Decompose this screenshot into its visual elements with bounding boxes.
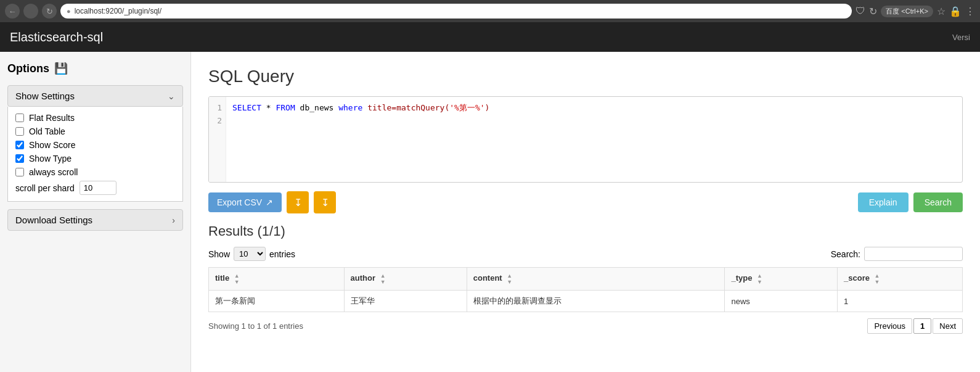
show-score-row: Show Score	[15, 140, 175, 150]
search-label: Search	[925, 197, 952, 207]
always-scroll-label: always scroll	[29, 167, 78, 177]
download-button-2[interactable]: ↧	[314, 191, 336, 213]
download-settings-label: Download Settings	[15, 215, 92, 225]
show-score-checkbox[interactable]	[15, 141, 24, 149]
scroll-per-shard-row: scroll per shard 10	[15, 181, 175, 195]
old-table-row: Old Table	[15, 126, 175, 136]
line-number-2: 2	[213, 115, 222, 128]
page-1-button[interactable]: 1	[913, 318, 931, 334]
export-csv-button[interactable]: Export CSV ↗	[208, 192, 282, 212]
flat-results-checkbox[interactable]	[15, 114, 24, 122]
sql-input[interactable]: SELECT * FROM db_news where title=matchQ…	[226, 97, 962, 182]
line-numbers: 1 2	[209, 97, 226, 182]
toolbar: Export CSV ↗ ↧ ↧ Explain Search	[208, 191, 963, 213]
entries-control: Show 10 25 50 100 entries	[208, 247, 295, 261]
lock-icon: 🔒	[949, 6, 962, 17]
search-label-text: Search:	[831, 249, 860, 259]
table-controls: Show 10 25 50 100 entries Search:	[208, 247, 963, 261]
previous-button[interactable]: Previous	[867, 318, 912, 334]
explain-label: Explain	[869, 197, 897, 207]
chevron-down-icon: ⌄	[168, 91, 175, 101]
url-text: localhost:9200/_plugin/sql/	[75, 7, 161, 15]
col-title[interactable]: title ▲▼	[209, 268, 345, 291]
search-control: Search:	[831, 247, 963, 261]
search-bar[interactable]: 百度 <Ctrl+K>	[881, 6, 933, 17]
export-icon: ↗	[266, 197, 273, 207]
show-type-label: Show Type	[29, 154, 71, 163]
download-settings-header[interactable]: Download Settings ›	[7, 209, 183, 231]
show-settings-header[interactable]: Show Settings ⌄	[7, 85, 183, 107]
export-csv-label: Export CSV	[217, 197, 262, 207]
always-scroll-checkbox[interactable]	[15, 168, 24, 176]
download-icon-2: ↧	[321, 197, 329, 209]
browser-actions: 🛡 ↻ 百度 <Ctrl+K> ☆ 🔒 ⋮	[855, 6, 975, 17]
download-button-1[interactable]: ↧	[287, 191, 309, 213]
next-label: Next	[939, 321, 956, 331]
old-table-checkbox[interactable]	[15, 127, 24, 136]
table-search-input[interactable]	[864, 247, 963, 261]
app-header: Elasticsearch-sql Versi	[0, 22, 980, 52]
table-row: 第一条新闻王军华根据中的的最新调查显示news1	[209, 291, 963, 312]
data-table: title ▲▼ author ▲▼ content ▲▼ _type ▲▼ _…	[208, 267, 963, 312]
scroll-per-shard-input[interactable]: 10	[80, 181, 116, 195]
flat-results-row: Flat Results	[15, 113, 175, 123]
page-title: SQL Query	[208, 67, 963, 86]
results-title: Results (1/1)	[208, 223, 963, 239]
always-scroll-row: always scroll	[15, 167, 175, 177]
code-editor: 1 2 SELECT * FROM db_news where title=ma…	[208, 96, 963, 183]
entries-label: entries	[269, 249, 295, 259]
sort-arrows-score: ▲▼	[875, 273, 880, 285]
refresh-icon[interactable]: ↻	[869, 6, 877, 17]
sort-arrows-author: ▲▼	[380, 273, 386, 285]
table-cell: 第一条新闻	[209, 291, 345, 312]
show-settings-label: Show Settings	[15, 91, 75, 101]
sidebar: Options 💾 Show Settings ⌄ Flat Results O…	[0, 52, 191, 372]
explain-button[interactable]: Explain	[858, 192, 909, 212]
show-type-checkbox[interactable]	[15, 154, 24, 163]
app-title: Elasticsearch-sql	[10, 30, 103, 44]
download-settings-section: Download Settings ›	[7, 209, 183, 231]
table-cell: 1	[838, 291, 963, 312]
show-label: Show	[208, 249, 230, 259]
col-author[interactable]: author ▲▼	[344, 268, 467, 291]
entries-select[interactable]: 10 25 50 100	[234, 247, 266, 261]
scroll-per-shard-label: scroll per shard	[15, 183, 75, 193]
menu-icon[interactable]: ⋮	[965, 6, 975, 17]
options-header: Options 💾	[7, 62, 183, 75]
col-score[interactable]: _score ▲▼	[838, 268, 963, 291]
table-cell: 王军华	[344, 291, 467, 312]
sort-arrows-type: ▲▼	[757, 273, 762, 285]
show-score-label: Show Score	[29, 140, 75, 150]
old-table-label: Old Table	[29, 126, 65, 136]
url-bar[interactable]: ● localhost:9200/_plugin/sql/	[60, 4, 852, 19]
app-version: Versi	[952, 33, 970, 42]
table-cell: news	[725, 291, 838, 312]
previous-label: Previous	[874, 321, 905, 331]
line-number-1: 1	[213, 102, 222, 115]
sort-arrows-title: ▲▼	[234, 273, 240, 285]
refresh-button[interactable]: ↻	[42, 4, 57, 19]
chevron-right-icon: ›	[172, 215, 175, 225]
lock-icon: ●	[67, 7, 71, 15]
page-1-label: 1	[920, 321, 925, 331]
forward-button[interactable]: →	[23, 4, 38, 19]
table-header-row: title ▲▼ author ▲▼ content ▲▼ _type ▲▼ _…	[209, 268, 963, 291]
download-icon-1: ↧	[294, 197, 302, 209]
col-type[interactable]: _type ▲▼	[725, 268, 838, 291]
pagination-row: Showing 1 to 1 of 1 entries Previous 1 N…	[208, 318, 963, 334]
save-icon[interactable]: 💾	[54, 62, 68, 75]
flat-results-label: Flat Results	[29, 113, 75, 123]
col-content[interactable]: content ▲▼	[467, 268, 725, 291]
star-icon[interactable]: ☆	[937, 6, 945, 17]
search-button[interactable]: Search	[913, 192, 963, 212]
sort-arrows-content: ▲▼	[507, 273, 512, 285]
shield-icon: 🛡	[855, 6, 865, 17]
next-button[interactable]: Next	[933, 318, 963, 334]
pagination-buttons: Previous 1 Next	[867, 318, 963, 334]
table-head: title ▲▼ author ▲▼ content ▲▼ _type ▲▼ _…	[209, 268, 963, 291]
table-cell: 根据中的的最新调查显示	[467, 291, 725, 312]
back-button[interactable]: ←	[5, 4, 20, 19]
options-label: Options	[7, 62, 49, 75]
table-body: 第一条新闻王军华根据中的的最新调查显示news1	[209, 291, 963, 312]
layout: Options 💾 Show Settings ⌄ Flat Results O…	[0, 52, 980, 372]
